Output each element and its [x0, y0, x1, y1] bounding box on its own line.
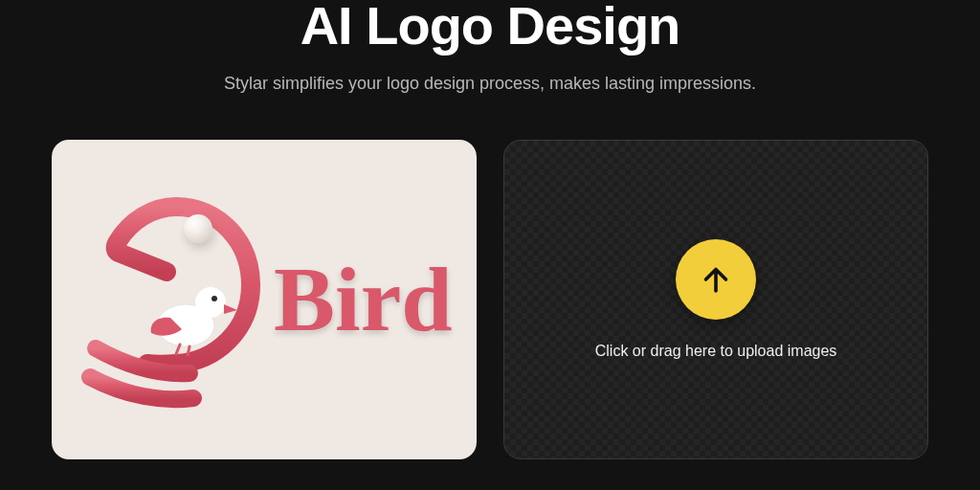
svg-point-2: [195, 287, 226, 318]
example-logo: Bird: [73, 163, 456, 436]
upload-dropzone[interactable]: Click or drag here to upload images: [503, 140, 928, 459]
svg-point-3: [212, 296, 217, 301]
example-logo-card: Bird: [52, 140, 477, 459]
cards-row: Bird Click or drag here to upload images: [0, 140, 980, 459]
bird-logo-mark: [73, 189, 264, 410]
example-logo-text: Bird: [274, 254, 453, 345]
page-subtitle: Stylar simplifies your logo design proce…: [224, 74, 756, 94]
upload-instruction: Click or drag here to upload images: [595, 343, 837, 360]
upload-button[interactable]: [676, 239, 756, 320]
page-title: AI Logo Design: [301, 0, 680, 56]
small-bird-icon: [147, 278, 239, 356]
arrow-up-icon: [699, 262, 733, 297]
logo-dot: [184, 214, 212, 243]
